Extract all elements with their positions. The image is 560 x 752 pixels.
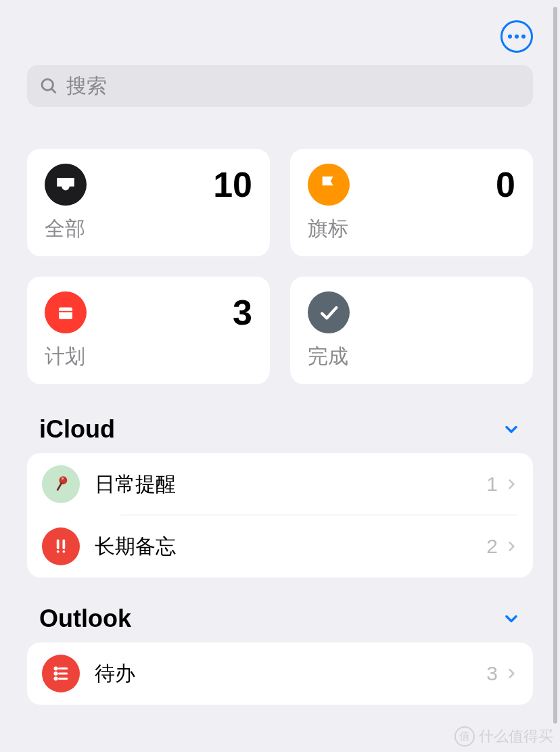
svg-point-6	[55, 667, 57, 669]
card-scheduled-label: 计划	[45, 343, 252, 371]
pin-icon	[42, 465, 80, 503]
list-item-todo-label: 待办	[95, 660, 471, 688]
list-item-todo-count: 3	[486, 662, 498, 685]
svg-point-8	[55, 673, 57, 675]
chevron-down-icon	[502, 609, 521, 628]
card-flagged[interactable]: 0 旗标	[290, 149, 533, 256]
section-header-icloud[interactable]: iCloud	[27, 415, 533, 453]
checkmark-icon	[308, 291, 350, 333]
svg-line-1	[52, 89, 56, 93]
list-item-daily-count: 1	[486, 473, 498, 496]
smart-lists-grid: 10 全部 0 旗标 3 计划	[27, 149, 533, 384]
card-all[interactable]: 10 全部	[27, 149, 270, 256]
card-all-label: 全部	[45, 215, 252, 243]
list-item-daily[interactable]: 日常提醒 1	[27, 453, 533, 515]
card-scheduled[interactable]: 3 计划	[27, 277, 270, 384]
list-item-todo[interactable]: 待办 3	[27, 642, 533, 705]
section-title-icloud: iCloud	[39, 415, 115, 444]
search-placeholder: 搜索	[66, 72, 107, 100]
svg-point-4	[57, 475, 68, 486]
chevron-right-icon	[505, 664, 518, 683]
list-group-icloud: 日常提醒 1 长期备忘 2	[27, 453, 533, 578]
list-item-longterm-label: 长期备忘	[95, 533, 471, 561]
more-icon	[508, 34, 512, 39]
card-scheduled-count: 3	[233, 292, 252, 333]
chevron-down-icon	[502, 420, 521, 439]
card-all-count: 10	[213, 164, 252, 205]
flag-icon	[308, 164, 350, 206]
svg-point-10	[55, 678, 57, 680]
watermark: 值 什么值得买	[454, 726, 553, 747]
card-flagged-label: 旗标	[308, 215, 515, 243]
card-done[interactable]: 完成	[290, 277, 533, 384]
list-group-outlook: 待办 3	[27, 642, 533, 705]
list-bullets-icon	[42, 655, 80, 692]
chevron-right-icon	[505, 537, 518, 556]
search-icon	[39, 76, 58, 95]
search-input[interactable]: 搜索	[27, 65, 533, 107]
top-bar	[27, 0, 533, 65]
chevron-right-icon	[505, 475, 518, 494]
list-item-longterm[interactable]: 长期备忘 2	[27, 515, 533, 578]
inbox-icon	[45, 164, 87, 206]
scrollbar[interactable]	[553, 7, 557, 724]
svg-point-0	[42, 79, 53, 90]
section-title-outlook: Outlook	[39, 605, 131, 633]
section-header-outlook[interactable]: Outlook	[27, 605, 533, 642]
more-button[interactable]	[500, 20, 533, 53]
list-item-daily-label: 日常提醒	[95, 471, 471, 498]
card-flagged-count: 0	[496, 164, 515, 205]
calendar-icon	[45, 291, 87, 333]
card-done-label: 完成	[308, 343, 515, 371]
exclamation-icon	[42, 527, 80, 565]
svg-rect-2	[59, 308, 72, 320]
list-item-longterm-count: 2	[486, 535, 498, 558]
